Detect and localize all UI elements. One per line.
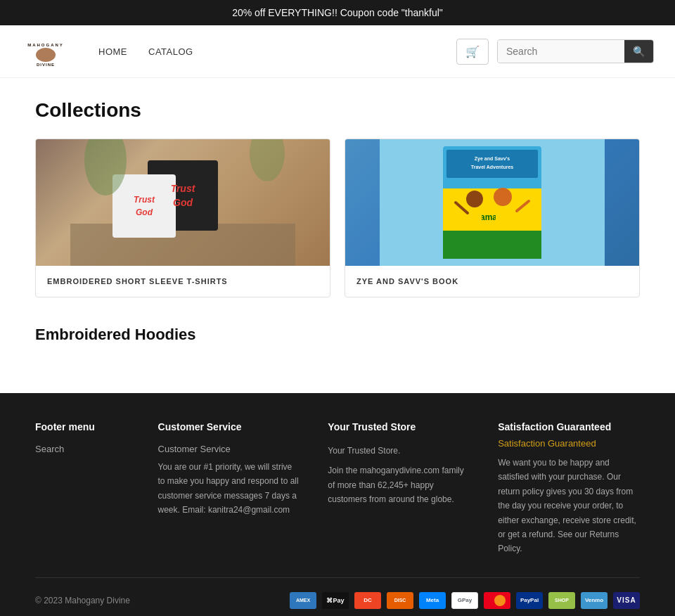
footer-trusted-store: Your Trusted Store Your Trusted Store. J…	[328, 421, 470, 556]
payment-icons: AMEX ⌘Pay DC DISC Meta GPay PayPal SHOP …	[290, 592, 640, 609]
footer-cs-link[interactable]: Customer Service	[158, 444, 300, 454]
payment-mastercard	[484, 592, 510, 609]
svg-rect-15	[443, 231, 541, 259]
header-actions: 🛒 🔍	[456, 39, 654, 65]
nav-catalog[interactable]: CATALOG	[148, 46, 193, 57]
logo[interactable]: MAHOGANY DIVINE	[21, 34, 70, 69]
footer-bottom: © 2023 Mahogany Divine AMEX ⌘Pay DC DISC…	[35, 577, 640, 609]
svg-text:Trust: Trust	[171, 183, 196, 194]
payment-paypal: PayPal	[516, 592, 543, 609]
collection-card-info-tshirts: EMBROIDERED SHORT SLEEVE T-SHIRTS	[36, 266, 330, 297]
svg-text:Trust: Trust	[134, 195, 155, 205]
svg-text:God: God	[173, 197, 193, 208]
payment-gpay: GPay	[451, 592, 478, 609]
footer-trusted-text1: Your Trusted Store.	[328, 444, 470, 458]
nav-home[interactable]: HOME	[98, 46, 127, 57]
footer-copyright: © 2023 Mahogany Divine	[35, 596, 130, 605]
search-icon: 🔍	[633, 46, 645, 57]
svg-text:Zye and Savv's: Zye and Savv's	[475, 156, 510, 162]
footer-satisfaction-title: Satisfaction Guaranteed	[498, 421, 640, 432]
footer-customer-service: Customer Service Customer Service You ar…	[158, 421, 300, 556]
footer-satisfaction: Satisfaction Guaranteed Satisfaction Gua…	[498, 421, 640, 556]
search-bar: 🔍	[497, 39, 654, 63]
svg-rect-14	[443, 188, 541, 231]
svg-text:Travel Adventures: Travel Adventures	[471, 165, 514, 169]
top-banner: 20% off EVERYTHING!! Coupon code "thankf…	[0, 0, 675, 25]
svg-text:MAHOGANY: MAHOGANY	[27, 43, 64, 47]
footer-cs-title: Customer Service	[158, 421, 300, 432]
payment-diners: DC	[354, 592, 381, 609]
header: MAHOGANY DIVINE HOME CATALOG 🛒 🔍	[0, 25, 675, 78]
cart-button[interactable]: 🛒	[456, 39, 489, 65]
svg-rect-5	[112, 174, 176, 238]
payment-venmo: Venmo	[581, 592, 608, 609]
collection-title-book: ZYE AND SAVV'S BOOK	[356, 277, 628, 285]
cart-icon: 🛒	[465, 46, 480, 58]
footer-menu: Footer menu Search	[35, 421, 130, 556]
svg-point-11	[250, 139, 285, 181]
svg-point-22	[494, 188, 512, 206]
svg-point-1	[36, 48, 56, 62]
svg-rect-23	[496, 206, 510, 227]
footer-grid: Footer menu Search Customer Service Cust…	[35, 421, 640, 556]
collection-card-info-book: ZYE AND SAVV'S BOOK	[345, 266, 639, 297]
payment-applepay: ⌘Pay	[322, 592, 349, 609]
footer-satisfaction-subtitle: Satisfaction Guaranteed	[498, 438, 640, 449]
book-svg: Zye and Savv's Travel Adventures Jamaica	[380, 139, 605, 266]
footer-trusted-title: Your Trusted Store	[328, 421, 470, 432]
svg-point-27	[494, 595, 506, 606]
collection-image-book: Zye and Savv's Travel Adventures Jamaica	[345, 139, 639, 266]
footer-cs-text: You are our #1 priority, we will strive …	[158, 460, 300, 518]
footer: Footer menu Search Customer Service Cust…	[0, 393, 675, 616]
svg-rect-21	[468, 207, 482, 229]
collection-title-tshirts: EMBROIDERED SHORT SLEEVE T-SHIRTS	[47, 277, 319, 285]
footer-menu-title: Footer menu	[35, 421, 130, 432]
collection-card-tshirts[interactable]: Trust God Trust God EMBROIDERED SHORT SL…	[35, 139, 330, 297]
payment-visa: VISA	[613, 592, 640, 609]
logo-icon: MAHOGANY DIVINE	[25, 34, 67, 69]
collections-grid: Trust God Trust God EMBROIDERED SHORT SL…	[35, 139, 640, 297]
collection-card-book[interactable]: Zye and Savv's Travel Adventures Jamaica	[345, 139, 640, 297]
svg-rect-16	[446, 150, 538, 178]
page-title: Collections	[35, 99, 640, 122]
banner-text: 20% off EVERYTHING!! Coupon code "thankf…	[232, 7, 443, 18]
main-content: Collections Trust God	[0, 78, 675, 379]
svg-text:God: God	[136, 207, 153, 217]
footer-trusted-text2: Join the mahoganydivine.com family of mo…	[328, 463, 470, 506]
payment-amex: AMEX	[290, 592, 316, 609]
main-nav: HOME CATALOG	[98, 46, 442, 57]
footer-link-search[interactable]: Search	[35, 444, 130, 454]
hoodies-section-title: Embroidered Hoodies	[35, 326, 640, 344]
payment-meta: Meta	[419, 592, 446, 609]
search-input[interactable]	[498, 40, 624, 63]
svg-point-20	[466, 191, 483, 207]
tshirt-svg: Trust God Trust God	[70, 139, 295, 266]
footer-satisfaction-text: We want you to be happy and satisfied wi…	[498, 456, 640, 556]
svg-text:DIVINE: DIVINE	[37, 63, 55, 67]
payment-discover: DISC	[387, 592, 413, 609]
payment-shopify: SHOP	[548, 592, 575, 609]
collection-image-tshirts: Trust God Trust God	[36, 139, 330, 266]
search-submit-button[interactable]: 🔍	[624, 40, 653, 63]
